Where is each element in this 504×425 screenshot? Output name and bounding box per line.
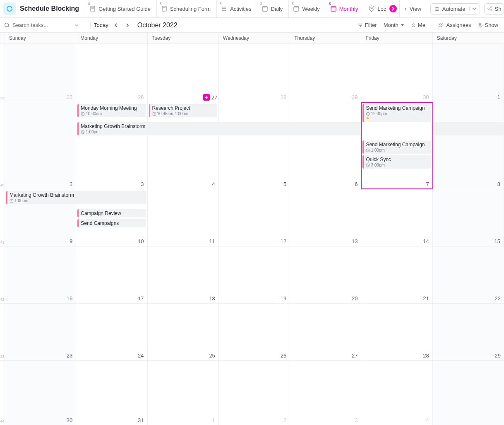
today-button[interactable]: Today xyxy=(94,22,108,28)
calendar-event[interactable]: Campaign Review xyxy=(77,209,146,217)
calendar-cell[interactable]: 25 xyxy=(5,44,76,102)
tab-getting-started[interactable]: ⊼ Getting Started Guide xyxy=(85,0,155,18)
plus-icon: + xyxy=(203,94,210,101)
tab-label: Scheduling Form xyxy=(170,6,211,12)
search-icon xyxy=(4,22,10,28)
calendar-cell[interactable]: 28 xyxy=(361,304,432,360)
next-month-button[interactable] xyxy=(123,21,132,29)
tab-activities[interactable]: ⊼ Activities xyxy=(216,0,255,18)
calendar-icon xyxy=(330,5,337,12)
calendar-cell[interactable]: 28 xyxy=(219,44,290,102)
day-number: 5 xyxy=(283,181,286,187)
calendar-event[interactable]: Research Project 10:45am-4:00pm xyxy=(149,104,217,117)
app-logo[interactable] xyxy=(3,2,16,15)
calendar-event-span[interactable]: Marketing Growth Brainstorm 1:00pm xyxy=(77,122,504,135)
chevron-down-icon[interactable] xyxy=(74,23,79,27)
pin-icon: ⊼ xyxy=(260,2,263,6)
week-number: 40 xyxy=(0,102,5,189)
calendar-cell[interactable]: 30 xyxy=(5,361,76,425)
search-box[interactable] xyxy=(4,22,87,28)
caret-down-icon xyxy=(401,23,404,27)
chevron-down-icon[interactable] xyxy=(469,7,476,11)
svg-point-22 xyxy=(491,10,492,11)
svg-line-24 xyxy=(490,9,491,10)
day-number: 4 xyxy=(426,417,429,423)
tab-weekly[interactable]: ⊼ Weekly xyxy=(288,0,324,18)
week-number: 42 xyxy=(0,246,5,303)
day-number: 16 xyxy=(67,295,72,302)
day-number: 26 xyxy=(281,353,286,359)
calendar-cell[interactable]: 22 xyxy=(433,246,504,303)
calendar-cell[interactable]: 31 xyxy=(76,361,147,425)
share-button[interactable]: Sh xyxy=(484,3,504,14)
add-event-marker[interactable]: + 27 xyxy=(203,94,217,101)
group-button[interactable]: Month xyxy=(382,21,406,29)
me-button[interactable]: Me xyxy=(409,21,427,29)
calendar-cell[interactable]: Research Project 10:45am-4:00pm 4 xyxy=(148,102,219,189)
calendar-cell[interactable]: 15 xyxy=(433,189,504,246)
day-number: 9 xyxy=(70,238,72,244)
calendar-cell[interactable]: 23 xyxy=(5,304,76,360)
tab-scheduling-form[interactable]: ⊼ Scheduling Form xyxy=(156,0,215,18)
calendar-event[interactable]: Monday Morning Meeting 10:00am xyxy=(77,104,146,117)
more-tabs-badge[interactable] xyxy=(389,5,397,12)
calendar-event[interactable]: Quick Sync 3:00pm xyxy=(362,155,431,169)
svg-point-15 xyxy=(371,7,372,9)
calendar-cell[interactable] xyxy=(148,44,219,102)
people-icon xyxy=(438,23,444,28)
calendar-cell[interactable]: 18 xyxy=(148,246,219,303)
calendar-cell[interactable]: 1 xyxy=(148,361,219,425)
svg-point-30 xyxy=(413,24,414,25)
calendar-cell[interactable]: 12 xyxy=(219,189,290,246)
svg-point-25 xyxy=(5,23,9,27)
search-input[interactable] xyxy=(12,22,70,28)
calendar-cell[interactable]: 17 xyxy=(76,246,147,303)
calendar-cell[interactable]: 3 xyxy=(290,361,361,425)
day-number: 3 xyxy=(141,181,144,187)
calendar-cell[interactable]: 6 xyxy=(290,102,361,189)
tab-location[interactable]: Loc xyxy=(364,0,390,18)
calendar-cell[interactable]: 29 xyxy=(433,304,504,360)
calendar-cell[interactable]: 4 xyxy=(361,361,432,425)
tab-monthly[interactable]: ⊼ Monthly xyxy=(326,0,362,18)
calendar-cell[interactable]: 1 xyxy=(433,44,504,102)
prev-month-button[interactable] xyxy=(112,21,120,29)
calendar-cell[interactable]: 5 xyxy=(219,102,290,189)
calendar-cell[interactable]: 11 xyxy=(148,189,219,246)
show-button[interactable]: Show xyxy=(476,21,500,29)
calendar-event-span[interactable]: Marketing Growth Brainstorm 1:00pm xyxy=(6,191,146,204)
calendar-cell[interactable]: Monday Morning Meeting 10:00am 3 xyxy=(76,102,147,189)
calendar-cell[interactable]: 20 xyxy=(290,246,361,303)
calendar-cell[interactable]: 21 xyxy=(361,246,432,303)
assignees-button[interactable]: Assignees xyxy=(437,21,473,29)
tab-daily[interactable]: ⊼ Daily xyxy=(257,0,287,18)
calendar-week: 42 16 17 18 19 20 21 22 xyxy=(0,246,504,303)
show-label: Show xyxy=(485,22,498,28)
calendar-event[interactable]: Send Marketing Campaign 12:30pm ⚑ xyxy=(362,104,431,122)
calendar-cell-today[interactable]: Send Marketing Campaign 12:30pm ⚑ Send M… xyxy=(361,102,432,189)
tab-label: Monthly xyxy=(339,6,358,12)
calendar-cell[interactable]: 26 xyxy=(219,304,290,360)
calendar-cell[interactable]: 19 xyxy=(219,246,290,303)
calendar-cell[interactable] xyxy=(433,361,504,425)
calendar-cell[interactable]: 29 xyxy=(290,44,361,102)
calendar-cell[interactable]: 24 xyxy=(76,304,147,360)
add-view-button[interactable]: + View xyxy=(399,0,425,18)
calendar-cell[interactable]: 27 xyxy=(290,304,361,360)
calendar-event[interactable]: Send Marketing Campaign 1:00pm xyxy=(362,140,431,154)
calendar-cell[interactable]: 14 xyxy=(361,189,432,246)
calendar-cell[interactable]: 26 xyxy=(76,44,147,102)
calendar-cell[interactable]: 13 xyxy=(290,189,361,246)
day-number: 11 xyxy=(209,238,215,244)
clock-icon xyxy=(152,112,156,116)
automate-button[interactable]: Automate xyxy=(430,3,480,14)
calendar-cell[interactable]: 25 xyxy=(148,304,219,360)
day-headers: Sunday Monday Tuesday Wednesday Thursday… xyxy=(0,33,504,43)
calendar-cell[interactable]: 16 xyxy=(5,246,76,303)
filter-button[interactable]: Filter xyxy=(356,21,379,29)
calendar-cell[interactable]: 2 xyxy=(219,361,290,425)
calendar-cell[interactable]: 2 xyxy=(5,102,76,189)
calendar-event[interactable]: Send Campaigns xyxy=(77,219,146,227)
calendar-cell[interactable]: 30 xyxy=(361,44,432,102)
calendar-cell[interactable]: 8 xyxy=(433,102,504,189)
